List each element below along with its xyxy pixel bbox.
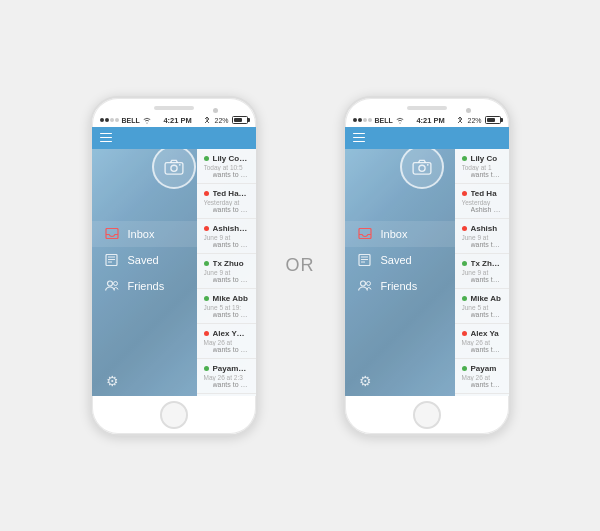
notif-time-5-left: May 26 at xyxy=(204,339,249,346)
notif-msg-4-left: wants to be y... xyxy=(213,311,249,318)
notif-dot-6-right xyxy=(462,366,467,371)
notif-item-6-left[interactable]: Payam Sa May 26 at 2:3 wants to be y... xyxy=(197,359,256,394)
status-bar-right: BELL 4:21 PM 22% xyxy=(345,114,509,127)
svg-point-9 xyxy=(426,163,428,165)
notif-item-3-right[interactable]: Tx Zhuo June 9 at wants to b... xyxy=(455,254,509,289)
hamburger-icon-right[interactable] xyxy=(353,133,365,143)
saved-svg-left xyxy=(105,254,118,266)
notif-name-2-left: Ashish So xyxy=(213,224,249,233)
hamburger-icon-left[interactable] xyxy=(100,133,112,143)
notif-dot-2-left xyxy=(204,226,209,231)
profile-avatar-right[interactable] xyxy=(400,145,444,189)
notif-name-0-left: Lily Conov xyxy=(213,154,249,163)
home-button-left[interactable] xyxy=(160,401,188,429)
notif-item-7-left[interactable]: Lily Conov May 26 at wants to be y... xyxy=(197,394,256,396)
battery-pct-right: 22% xyxy=(467,117,481,124)
menu-saved-label-left: Saved xyxy=(128,254,159,266)
notif-item-3-left[interactable]: Tx Zhuo June 9 at wants to be y... xyxy=(197,254,256,289)
notif-name-4-right: Mike Ab xyxy=(471,294,501,303)
notif-item-0-right[interactable]: Lily Co Today at 1 wants to b... xyxy=(455,149,509,184)
profile-avatar-left[interactable] xyxy=(152,145,196,189)
home-button-right[interactable] xyxy=(413,401,441,429)
notif-item-2-right[interactable]: Ashish June 9 at wants to b... xyxy=(455,219,509,254)
svg-point-2 xyxy=(178,163,180,165)
friends-icon-right xyxy=(357,280,373,292)
notif-item-2-left[interactable]: Ashish So June 9 at wants to be y... xyxy=(197,219,256,254)
notif-list-left: Lily Conov Today at 10:5 wants to be y..… xyxy=(197,149,256,396)
hamburger-bar-left[interactable] xyxy=(92,127,256,149)
menu-saved-right[interactable]: Saved xyxy=(345,247,455,273)
notif-name-3-right: Tx Zhuo xyxy=(471,259,502,268)
notif-name-0-right: Lily Co xyxy=(471,154,498,163)
notif-name-1-right: Ted Ha xyxy=(471,189,497,198)
notif-time-6-right: May 26 at xyxy=(462,374,502,381)
notif-msg-4-right: wants to b... xyxy=(471,311,502,318)
notif-msg-3-left: wants to be y... xyxy=(213,276,249,283)
screen-right: Inbox Saved xyxy=(345,127,509,396)
notif-name-5-left: Alex Yase xyxy=(213,329,249,338)
menu-friends-left[interactable]: Friends xyxy=(92,273,197,299)
notif-msg-6-right: wants to b... xyxy=(471,381,502,388)
bluetooth-icon-left xyxy=(204,116,211,124)
notif-msg-6-left: wants to be y... xyxy=(213,381,249,388)
menu-inbox-left[interactable]: Inbox xyxy=(92,221,197,247)
notif-name-1-left: Ted Hadjis xyxy=(213,189,249,198)
notif-name-3-left: Tx Zhuo xyxy=(213,259,244,268)
phone-top-left xyxy=(92,98,256,114)
notif-item-6-right[interactable]: Payam May 26 at wants to b... xyxy=(455,359,509,394)
notif-item-4-right[interactable]: Mike Ab June 5 at wants to b... xyxy=(455,289,509,324)
svg-point-5 xyxy=(107,281,112,286)
notif-time-4-left: June 5 at 19: xyxy=(204,304,249,311)
notif-item-1-left[interactable]: Ted Hadjis Yesterday at wants to be y... xyxy=(197,184,256,219)
notif-name-2-right: Ashish xyxy=(471,224,498,233)
menu-friends-label-right: Friends xyxy=(381,280,418,292)
settings-gear-left[interactable]: ⚙ xyxy=(106,374,120,388)
menu-saved-label-right: Saved xyxy=(381,254,412,266)
notif-item-7-right[interactable]: Lily Co May 26 at wants to b... xyxy=(455,394,509,396)
notif-dot-4-left xyxy=(204,296,209,301)
notif-dot-2-right xyxy=(462,226,467,231)
saved-svg-right xyxy=(358,254,371,266)
inbox-icon-right xyxy=(357,228,373,240)
svg-point-13 xyxy=(366,282,370,286)
svg-point-1 xyxy=(170,165,176,171)
friends-icon-left xyxy=(104,280,120,292)
notif-dot-4-right xyxy=(462,296,467,301)
notif-item-5-right[interactable]: Alex Ya May 26 at wants to b... xyxy=(455,324,509,359)
camera-icon-right xyxy=(412,159,432,175)
signal-dots-left xyxy=(100,118,119,122)
settings-gear-right[interactable]: ⚙ xyxy=(359,374,373,388)
notif-time-0-right: Today at 1 xyxy=(462,164,502,171)
notif-time-4-right: June 5 at xyxy=(462,304,502,311)
notif-item-4-left[interactable]: Mike Abb June 5 at 19: wants to be y... xyxy=(197,289,256,324)
notif-dot-5-right xyxy=(462,331,467,336)
notif-msg-1-right: Ashish wants 10 xyxy=(471,206,502,213)
menu-inbox-label-right: Inbox xyxy=(381,228,408,240)
menu-friends-right[interactable]: Friends xyxy=(345,273,455,299)
notif-dot-0-left xyxy=(204,156,209,161)
notif-dot-1-left xyxy=(204,191,209,196)
notif-dot-1-right xyxy=(462,191,467,196)
time-left: 4:21 PM xyxy=(163,116,191,125)
notif-item-0-left[interactable]: Lily Conov Today at 10:5 wants to be y..… xyxy=(197,149,256,184)
notif-time-3-left: June 9 at xyxy=(204,269,249,276)
notif-item-5-left[interactable]: Alex Yase May 26 at wants to be y... xyxy=(197,324,256,359)
phone-top-right xyxy=(345,98,509,114)
hamburger-bar-right[interactable] xyxy=(345,127,509,149)
notif-time-1-right: Yesterday xyxy=(462,199,502,206)
notif-msg-5-right: wants to b... xyxy=(471,346,502,353)
saved-icon-right xyxy=(357,254,373,266)
notif-dot-5-left xyxy=(204,331,209,336)
notif-time-0-left: Today at 10:5 xyxy=(204,164,249,171)
svg-point-8 xyxy=(418,165,424,171)
friends-svg-right xyxy=(358,280,372,291)
notif-name-6-right: Payam xyxy=(471,364,497,373)
notif-name-5-right: Alex Ya xyxy=(471,329,499,338)
notif-msg-0-left: wants to be y... xyxy=(213,171,249,178)
side-menu-right: Inbox Saved xyxy=(345,149,455,396)
camera-icon-left xyxy=(164,159,184,175)
notif-item-1-right[interactable]: Ted Ha Yesterday Ashish wants 10 xyxy=(455,184,509,219)
menu-saved-left[interactable]: Saved xyxy=(92,247,197,273)
menu-inbox-right[interactable]: Inbox xyxy=(345,221,455,247)
status-right-right: 22% xyxy=(457,116,500,124)
